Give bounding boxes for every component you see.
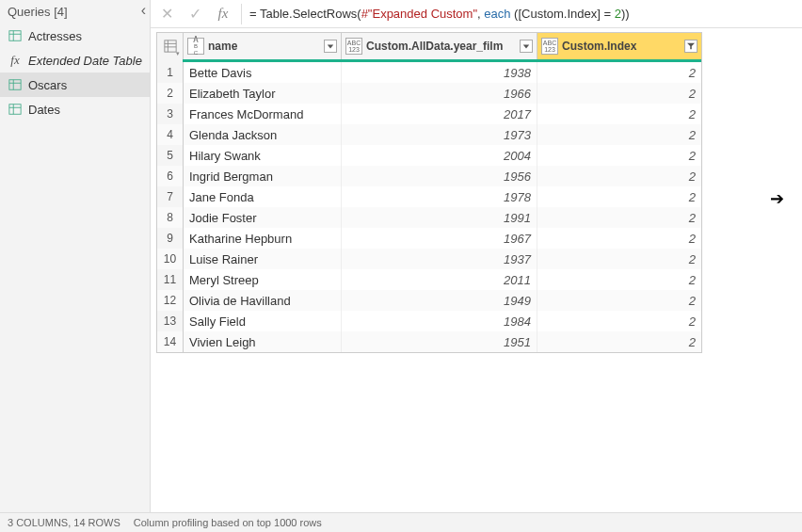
cell-name[interactable]: Frances McDormand [184,104,342,124]
cell-year[interactable]: 2017 [342,104,537,124]
row-number[interactable]: 4 [157,124,184,145]
cell-index[interactable]: 2 [537,104,701,124]
cell-index[interactable]: 2 [537,145,701,166]
svg-rect-6 [9,105,21,115]
any-type-icon[interactable]: ABC123 [345,38,362,55]
table-row[interactable]: 12Olivia de Havilland19492 [157,290,701,311]
cell-name[interactable]: Glenda Jackson [184,124,342,145]
filter-active-icon[interactable] [684,40,698,53]
cancel-formula-icon[interactable]: ✕ [156,4,177,24]
row-number[interactable]: 1 [157,62,184,83]
cell-index[interactable]: 2 [537,124,701,145]
dropdown-icon[interactable] [324,40,337,53]
cell-name[interactable]: Jane Fonda [184,186,342,207]
table-row[interactable]: 7Jane Fonda19782 [157,186,701,207]
table-row[interactable]: 3Frances McDormand20172 [157,104,701,124]
row-number[interactable]: 12 [157,290,184,311]
column-label: Custom.AllData.year_film [366,40,503,53]
cell-year[interactable]: 1967 [342,228,537,249]
cell-year[interactable]: 1937 [342,249,537,269]
any-type-icon[interactable]: ABC123 [541,38,558,55]
query-item-dates[interactable]: Dates [0,97,150,121]
fx-icon[interactable]: fx [213,4,233,24]
table-row[interactable]: 10Luise Rainer19372 [157,249,701,269]
cell-index[interactable]: 2 [537,249,701,269]
grid-header: ▾ ABCnameABC123Custom.AllData.year_filmA… [157,33,701,59]
row-number[interactable]: 5 [157,145,184,166]
formula-text[interactable]: = Table.SelectRows(#"Expanded Custom", e… [249,7,630,21]
cell-index[interactable]: 2 [537,311,701,331]
cell-year[interactable]: 1978 [342,186,537,207]
cell-name[interactable]: Sally Field [184,311,342,331]
accept-formula-icon[interactable]: ✓ [184,4,205,24]
cell-name[interactable]: Luise Rainer [184,249,342,269]
cell-index[interactable]: 2 [537,62,701,83]
cell-name[interactable]: Vivien Leigh [184,331,342,352]
cell-index[interactable]: 2 [537,269,701,290]
grid-corner-button[interactable]: ▾ [157,33,184,59]
cell-index[interactable]: 2 [537,228,701,249]
column-label: name [208,40,237,53]
table-row[interactable]: 13Sally Field19842 [157,311,701,331]
row-number[interactable]: 3 [157,104,184,124]
cell-index[interactable]: 2 [537,186,701,207]
cell-year[interactable]: 2011 [342,269,537,290]
cell-year[interactable]: 2004 [342,145,537,166]
cell-index[interactable]: 2 [537,290,701,311]
row-number[interactable]: 13 [157,311,184,331]
cell-name[interactable]: Ingrid Bergman [184,166,342,186]
text-type-icon[interactable]: ABC [187,38,204,55]
cell-name[interactable]: Hilary Swank [184,145,342,166]
table-row[interactable]: 9Katharine Hepburn19672 [157,228,701,249]
row-number[interactable]: 14 [157,331,184,352]
cell-name[interactable]: Bette Davis [184,62,342,83]
cell-year[interactable]: 1938 [342,62,537,83]
cell-year[interactable]: 1973 [342,124,537,145]
collapse-sidebar-icon[interactable]: ‹ [141,2,146,19]
row-number[interactable]: 8 [157,207,184,228]
cell-index[interactable]: 2 [537,166,701,186]
table-row[interactable]: 8Jodie Foster19912 [157,207,701,228]
row-number[interactable]: 9 [157,228,184,249]
column-header-year[interactable]: ABC123Custom.AllData.year_film [342,33,537,59]
cell-index[interactable]: 2 [537,331,701,352]
table-row[interactable]: 1Bette Davis19382 [157,62,701,83]
row-number[interactable]: 11 [157,269,184,290]
cell-name[interactable]: Katharine Hepburn [184,228,342,249]
cell-year[interactable]: 1951 [342,331,537,352]
row-number[interactable]: 6 [157,166,184,186]
row-number[interactable]: 2 [157,83,184,104]
cell-index[interactable]: 2 [537,207,701,228]
query-item-actresses[interactable]: Actresses [0,24,150,48]
query-label: Dates [28,103,60,117]
table-row[interactable]: 6Ingrid Bergman19562 [157,166,701,186]
row-number[interactable]: 10 [157,249,184,269]
table-row[interactable]: 2Elizabeth Taylor19662 [157,83,701,104]
cell-name[interactable]: Elizabeth Taylor [184,83,342,104]
cell-year[interactable]: 1956 [342,166,537,186]
query-item-oscars[interactable]: Oscars [0,73,150,97]
column-header-name[interactable]: ABCname [184,33,342,59]
formula-bar: ✕ ✓ fx = Table.SelectRows(#"Expanded Cus… [151,0,802,28]
query-item-extended-date-table[interactable]: fxExtended Date Table [0,48,150,73]
table-row[interactable]: 11Meryl Streep20112 [157,269,701,290]
cell-year[interactable]: 1991 [342,207,537,228]
cell-year[interactable]: 1966 [342,83,537,104]
cell-index[interactable]: 2 [537,83,701,104]
table-row[interactable]: 14Vivien Leigh19512 [157,331,701,352]
cell-year[interactable]: 1949 [342,290,537,311]
cell-name[interactable]: Jodie Foster [184,207,342,228]
cell-name[interactable]: Meryl Streep [184,269,342,290]
query-label: Actresses [28,29,82,43]
column-header-idx[interactable]: ABC123Custom.Index [537,33,701,59]
dropdown-icon[interactable] [520,40,533,53]
status-bar: 3 COLUMNS, 14 ROWS Column profiling base… [0,512,802,532]
queries-header: Queries [4] ‹ [0,0,150,24]
cell-name[interactable]: Olivia de Havilland [184,290,342,311]
row-number[interactable]: 7 [157,186,184,207]
cell-year[interactable]: 1984 [342,311,537,331]
table-icon [8,28,23,43]
table-row[interactable]: 4Glenda Jackson19732 [157,124,701,145]
table-row[interactable]: 5Hilary Swank20042 [157,145,701,166]
data-grid: ▾ ABCnameABC123Custom.AllData.year_filmA… [156,32,702,353]
